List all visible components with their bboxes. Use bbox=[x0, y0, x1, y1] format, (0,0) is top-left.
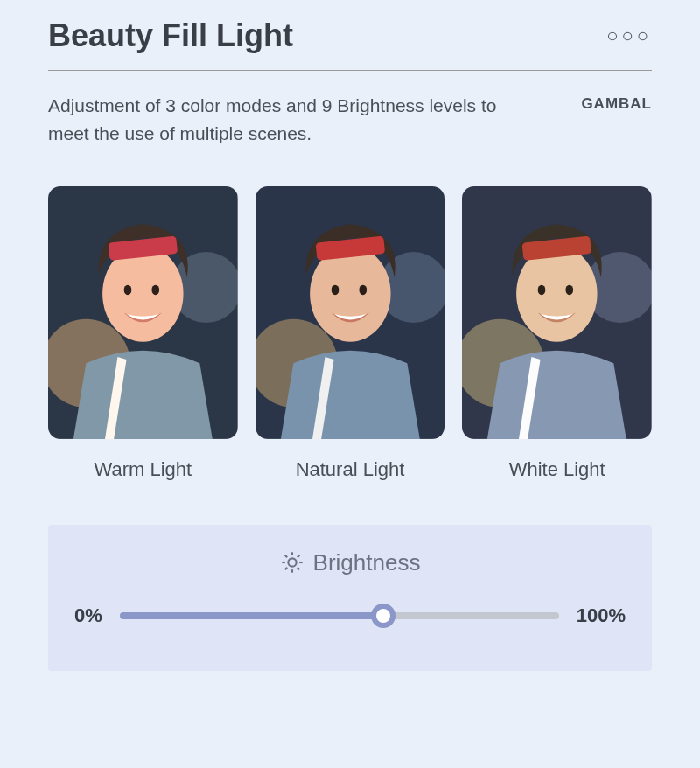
svg-point-6 bbox=[151, 285, 159, 296]
page-title: Beauty Fill Light bbox=[48, 17, 293, 54]
mode-white[interactable]: White Light bbox=[462, 186, 652, 481]
brightness-label: Brightness bbox=[313, 549, 421, 576]
color-modes-row: Warm Light Natural Light bbox=[48, 186, 652, 481]
slider-fill bbox=[120, 612, 383, 619]
svg-point-3 bbox=[102, 246, 183, 342]
brightness-slider[interactable] bbox=[120, 611, 559, 620]
sun-icon bbox=[280, 550, 304, 575]
svg-line-27 bbox=[297, 568, 298, 569]
brightness-max: 100% bbox=[577, 604, 626, 627]
brand-label: GAMBAL bbox=[581, 92, 652, 113]
mode-natural[interactable]: Natural Light bbox=[256, 186, 445, 481]
brightness-panel: Brightness 0% 100% bbox=[48, 525, 652, 671]
svg-point-21 bbox=[288, 559, 296, 567]
more-icon[interactable]: ○○○ bbox=[606, 24, 652, 47]
brightness-title: Brightness bbox=[74, 549, 626, 576]
slider-thumb[interactable] bbox=[371, 604, 396, 628]
brightness-min: 0% bbox=[74, 604, 102, 627]
mode-warm-label: Warm Light bbox=[94, 458, 192, 481]
svg-point-10 bbox=[310, 246, 390, 342]
svg-line-26 bbox=[284, 555, 286, 557]
header: Beauty Fill Light ○○○ bbox=[48, 17, 652, 71]
brightness-slider-row: 0% 100% bbox=[74, 604, 626, 627]
svg-point-20 bbox=[566, 285, 574, 296]
mode-natural-image bbox=[256, 186, 445, 439]
mode-white-image bbox=[462, 186, 652, 439]
mode-warm-image bbox=[48, 186, 238, 439]
subtitle-row: Adjustment of 3 color modes and 9 Bright… bbox=[48, 92, 652, 147]
svg-point-19 bbox=[538, 285, 546, 296]
subtitle-text: Adjustment of 3 color modes and 9 Bright… bbox=[48, 92, 521, 147]
svg-point-5 bbox=[124, 285, 132, 296]
mode-natural-label: Natural Light bbox=[296, 458, 405, 481]
svg-point-13 bbox=[359, 285, 367, 296]
svg-line-29 bbox=[297, 555, 298, 557]
svg-point-12 bbox=[331, 285, 339, 296]
svg-line-28 bbox=[284, 568, 286, 569]
mode-white-label: White Light bbox=[509, 458, 606, 481]
mode-warm[interactable]: Warm Light bbox=[48, 186, 238, 481]
svg-point-17 bbox=[516, 246, 597, 342]
